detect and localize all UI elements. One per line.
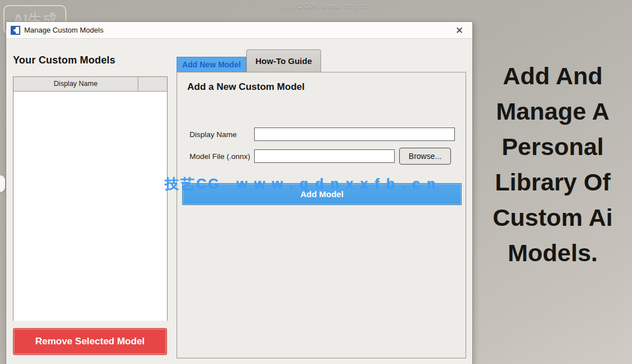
browse-button[interactable]: Browse... xyxy=(399,148,451,165)
headline-line: Manage A xyxy=(475,94,630,129)
tab-add-new-model[interactable]: Add New Model xyxy=(177,57,246,72)
manage-custom-models-dialog: Manage Custom Models ✕ Your Custom Model… xyxy=(6,21,473,364)
app-icon xyxy=(11,26,20,35)
column-header-display-name[interactable]: Display Name xyxy=(13,77,138,91)
model-file-input[interactable] xyxy=(254,149,395,163)
column-header-extra xyxy=(138,77,167,91)
top-watermark: 人人CG网 www.img.cn xyxy=(264,1,388,11)
model-list[interactable] xyxy=(13,92,167,321)
marketing-headline: Add And Manage A Personal Library Of Cus… xyxy=(475,58,630,271)
headline-line: Add And xyxy=(475,58,630,94)
screen-backdrop: 人人CG网 www.img.cn AI生成 Manage Custom Mode… xyxy=(0,0,632,364)
headline-line: Custom Ai xyxy=(475,200,630,235)
form-heading: Add a New Custom Model xyxy=(187,81,305,93)
headline-line: Library Of xyxy=(475,165,630,200)
dialog-titlebar: Manage Custom Models ✕ xyxy=(6,22,472,39)
table-header-row: Display Name xyxy=(13,77,167,92)
remove-selected-model-button[interactable]: Remove Selected Model xyxy=(13,328,167,355)
add-model-button[interactable]: Add Model xyxy=(182,183,462,205)
tab-how-to-guide[interactable]: How-To Guide xyxy=(246,49,321,72)
dialog-title: Manage Custom Models xyxy=(24,26,103,34)
model-file-label: Model File (.onnx) xyxy=(189,152,250,161)
headline-line: Models. xyxy=(475,235,630,271)
custom-models-table: Display Name xyxy=(13,76,168,321)
display-name-label: Display Name xyxy=(189,130,237,139)
left-edge-handle[interactable] xyxy=(0,175,5,192)
add-new-model-panel: Add a New Custom Model Display Name Mode… xyxy=(177,72,466,358)
display-name-input[interactable] xyxy=(254,128,455,141)
headline-line: Personal xyxy=(475,129,630,165)
custom-models-heading: Your Custom Models xyxy=(13,54,115,66)
close-icon[interactable]: ✕ xyxy=(451,22,468,39)
